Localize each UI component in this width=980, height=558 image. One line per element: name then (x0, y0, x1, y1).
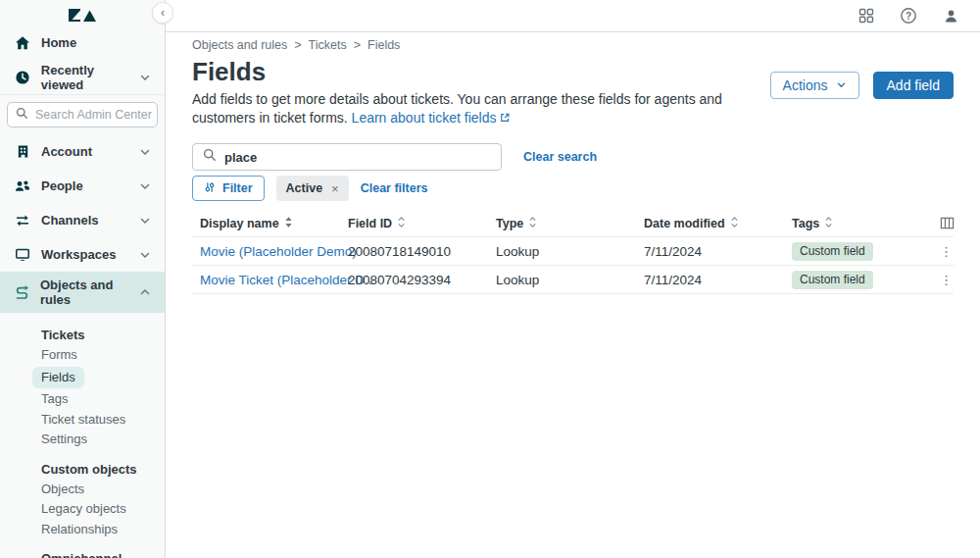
header-buttons: Actions Add field (770, 72, 954, 99)
sidebar-search-wrap (0, 94, 165, 134)
row-overflow-menu-icon[interactable]: ⋮ (940, 274, 953, 286)
sort-active-icon (284, 216, 293, 231)
tag-badge: Custom field (792, 271, 873, 289)
field-id-cell: 20080718149010 (348, 244, 496, 259)
breadcrumb-separator: > (354, 38, 361, 52)
tag-badge: Custom field (792, 242, 873, 261)
column-label: Date modified (644, 217, 725, 230)
subnav-item-legacy-objects[interactable]: Legacy objects (41, 499, 165, 520)
column-header-date-modified[interactable]: Date modified (644, 216, 792, 231)
sidebar-item-workspaces[interactable]: Workspaces (0, 237, 165, 272)
column-header-tags[interactable]: Tags (792, 216, 940, 231)
sort-icon (397, 216, 406, 231)
subnav-item-fields[interactable]: Fields (32, 367, 84, 389)
column-header-field-id[interactable]: Field ID (348, 216, 496, 231)
field-name-link[interactable]: Movie (Placeholder Demo) (200, 244, 370, 259)
sidebar-item-people[interactable]: People (0, 169, 165, 203)
sidebar-item-label: Workspaces (41, 247, 116, 262)
subnav-header-tickets: Tickets (41, 326, 165, 345)
column-label: Tags (792, 217, 819, 230)
apps-grid-icon[interactable] (858, 7, 875, 25)
sidebar-item-objects-and-rules[interactable]: Objects and rules (0, 272, 165, 313)
sidebar-collapse-button[interactable]: ‹ (152, 2, 173, 24)
active-chip-label: Active (286, 181, 323, 195)
chevron-down-icon (139, 146, 151, 158)
search-icon (16, 106, 28, 124)
user-profile-icon[interactable] (942, 7, 959, 25)
column-label: Field ID (348, 217, 392, 230)
breadcrumb-tickets[interactable]: Tickets (309, 38, 347, 52)
subnav-header-omnichannel-routing: Omnichannel routing (41, 549, 165, 558)
breadcrumb-objects-and-rules[interactable]: Objects and rules (192, 38, 287, 52)
fields-search-input[interactable] (224, 150, 491, 165)
logo-row (0, 0, 165, 25)
search-icon (203, 148, 217, 166)
column-label: Type (496, 217, 523, 230)
remove-filter-icon[interactable]: × (331, 181, 339, 196)
fields-table: Display name Field ID Type Date modified… (192, 210, 954, 294)
row-overflow-menu-icon[interactable]: ⋮ (940, 245, 953, 258)
filter-button-label: Filter (222, 181, 253, 195)
chevron-down-icon (836, 77, 847, 93)
search-row: Clear search (192, 143, 954, 171)
table-row[interactable]: Movie (Placeholder Demo) 20080718149010 … (192, 237, 954, 266)
subnav-item-ticket-statuses[interactable]: Ticket statuses (41, 410, 165, 431)
subnav-item-tags[interactable]: Tags (41, 389, 165, 410)
filter-button[interactable]: Filter (192, 176, 265, 201)
sidebar-item-recently-viewed[interactable]: Recently viewed (0, 60, 165, 94)
column-header-actions (940, 216, 959, 230)
building-icon (14, 143, 31, 161)
column-header-display-name[interactable]: Display name (200, 216, 348, 231)
help-icon[interactable]: ? (900, 7, 917, 25)
actions-button-label: Actions (783, 77, 828, 93)
people-icon (14, 178, 31, 195)
clear-filters-link[interactable]: Clear filters (361, 181, 428, 195)
sidebar-item-label: Account (41, 144, 92, 159)
sidebar-item-account[interactable]: Account (0, 134, 165, 169)
sidebar-item-label: Channels (41, 213, 99, 228)
sort-icon (730, 216, 739, 231)
actions-button[interactable]: Actions (770, 72, 859, 99)
admin-center-app: Home Recently viewed Account (0, 0, 980, 558)
svg-text:?: ? (906, 11, 911, 22)
column-header-type[interactable]: Type (496, 216, 644, 231)
sidebar-item-label: Objects and rules (40, 278, 139, 307)
chevron-down-icon (139, 249, 151, 261)
sidebar-item-channels[interactable]: Channels (0, 203, 165, 237)
subnav-item-forms[interactable]: Forms (41, 345, 165, 366)
clock-icon (14, 69, 31, 86)
add-field-button[interactable]: Add field (873, 72, 954, 99)
subnav-item-objects[interactable]: Objects (41, 480, 165, 500)
table-header-row: Display name Field ID Type Date modified… (192, 210, 954, 237)
workspaces-icon (14, 246, 31, 264)
date-modified-cell: 7/11/2024 (644, 244, 792, 259)
breadcrumb-fields[interactable]: Fields (368, 38, 400, 52)
fields-search-box[interactable] (192, 143, 502, 171)
main-content: Objects and rules > Tickets > Fields Fie… (166, 32, 980, 558)
table-row[interactable]: Movie Ticket (Placeholder D... 200807042… (192, 266, 954, 294)
breadcrumb-separator: > (294, 38, 301, 52)
sidebar-item-home[interactable]: Home (0, 25, 165, 60)
active-filter-chip[interactable]: Active × (276, 176, 349, 201)
subnav-header-custom-objects: Custom objects (41, 460, 165, 480)
field-type-cell: Lookup (496, 273, 644, 287)
channels-icon (14, 212, 31, 229)
field-id-cell: 20080704293394 (348, 273, 496, 287)
chevron-down-icon (139, 180, 151, 192)
filter-icon (204, 181, 216, 196)
breadcrumb: Objects and rules > Tickets > Fields (192, 38, 954, 52)
objects-and-rules-subnav: Tickets Forms Fields Tags Ticket statuse… (0, 313, 165, 558)
external-link-icon (499, 110, 511, 128)
collapse-chevron-icon: ‹ (161, 6, 165, 20)
subnav-item-relationships[interactable]: Relationships (41, 520, 165, 540)
admin-search-input[interactable] (35, 108, 166, 122)
subnav-item-settings[interactable]: Settings (41, 430, 165, 450)
page-description: Add fields to get more details about tic… (192, 90, 772, 128)
sort-icon (528, 216, 537, 231)
date-modified-cell: 7/11/2024 (644, 273, 792, 287)
clear-search-link[interactable]: Clear search (523, 150, 597, 164)
manage-columns-icon[interactable] (940, 216, 955, 230)
admin-search-box[interactable] (7, 102, 158, 127)
zendesk-logo (68, 6, 97, 26)
learn-about-ticket-fields-link[interactable]: Learn about ticket fields (352, 110, 497, 126)
